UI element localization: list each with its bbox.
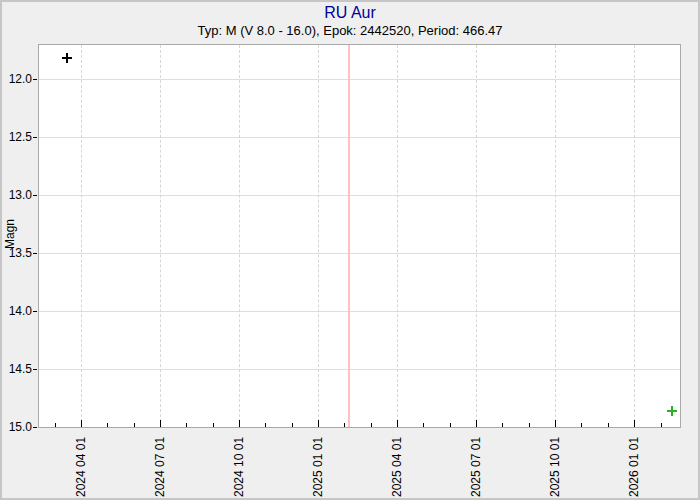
chart-title: RU Aur	[2, 4, 698, 22]
x-axis-major-tick	[81, 420, 82, 427]
y-axis-tick-label: 13.0	[2, 188, 32, 202]
y-axis-tick	[33, 427, 37, 428]
x-axis-tick-label: 2025 10 01	[548, 437, 562, 497]
y-axis-tick	[33, 311, 37, 312]
x-axis-tick-label: 2025 01 01	[311, 437, 325, 497]
data-point-black-cross	[62, 53, 72, 63]
x-axis-major-tick	[634, 420, 635, 427]
y-axis-tick	[33, 253, 37, 254]
x-axis-minor-tick	[134, 423, 135, 427]
x-axis-minor-tick	[371, 423, 372, 427]
y-axis-tick	[33, 79, 37, 80]
x-axis-tick-label: 2024 10 01	[232, 437, 246, 497]
x-axis-minor-tick	[292, 423, 293, 427]
x-axis-major-tick	[555, 420, 556, 427]
x-axis-major-tick	[239, 420, 240, 427]
chart-subtitle: Typ: M (V 8.0 - 16.0), Epok: 2442520, Pe…	[2, 23, 698, 38]
data-point-green-cross	[667, 406, 677, 416]
y-axis-tick	[33, 137, 37, 138]
x-axis-minor-tick	[608, 423, 609, 427]
x-axis-minor-tick	[107, 423, 108, 427]
vertical-gridline	[318, 45, 319, 427]
y-axis-tick	[33, 369, 37, 370]
x-axis-minor-tick	[661, 423, 662, 427]
y-axis-tick-label: 12.5	[2, 130, 32, 144]
x-axis-tick-label: 2025 04 01	[390, 437, 404, 497]
vertical-gridline	[555, 45, 556, 427]
x-axis-minor-tick	[423, 423, 424, 427]
y-axis-title: Magn	[3, 219, 17, 249]
horizontal-gridline	[39, 137, 680, 138]
x-axis-major-tick	[476, 420, 477, 427]
x-axis-major-tick	[397, 420, 398, 427]
vertical-gridline	[81, 45, 82, 427]
x-axis-minor-tick	[186, 423, 187, 427]
horizontal-gridline	[39, 253, 680, 254]
y-axis-tick-label: 14.0	[2, 304, 32, 318]
current-date-line	[348, 45, 350, 427]
light-curve-chart-window: RU Aur Typ: M (V 8.0 - 16.0), Epok: 2442…	[0, 0, 700, 500]
y-axis-tick-label: 14.5	[2, 362, 32, 376]
x-axis-minor-tick	[529, 423, 530, 427]
x-axis-minor-tick	[55, 423, 56, 427]
vertical-gridline	[239, 45, 240, 427]
horizontal-gridline	[39, 369, 680, 370]
x-axis-tick-label: 2024 07 01	[153, 437, 167, 497]
vertical-gridline	[634, 45, 635, 427]
y-axis-tick-label: 13.5	[2, 246, 32, 260]
x-axis-minor-tick	[344, 423, 345, 427]
x-axis-major-tick	[318, 420, 319, 427]
x-axis-major-tick	[160, 420, 161, 427]
marker-cross-bar	[671, 406, 673, 416]
horizontal-gridline	[39, 311, 680, 312]
x-axis-minor-tick	[213, 423, 214, 427]
x-axis-minor-tick	[265, 423, 266, 427]
vertical-gridline	[476, 45, 477, 427]
vertical-gridline	[160, 45, 161, 427]
y-axis-tick-label: 15.0	[2, 420, 32, 434]
vertical-gridline	[397, 45, 398, 427]
marker-cross-bar	[66, 53, 68, 63]
x-axis-tick-label: 2024 04 01	[74, 437, 88, 497]
x-axis-tick-label: 2026 01 01	[627, 437, 641, 497]
y-axis-tick	[33, 195, 37, 196]
x-axis-minor-tick	[502, 423, 503, 427]
y-axis-tick-label: 12.0	[2, 72, 32, 86]
plot-area	[38, 44, 681, 428]
horizontal-gridline	[39, 79, 680, 80]
x-axis-minor-tick	[450, 423, 451, 427]
x-axis-minor-tick	[581, 423, 582, 427]
horizontal-gridline	[39, 195, 680, 196]
x-axis-tick-label: 2025 07 01	[469, 437, 483, 497]
